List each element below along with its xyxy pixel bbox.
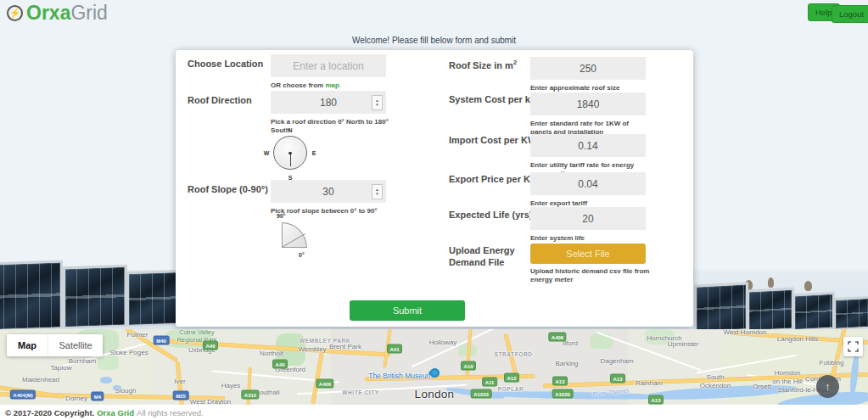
map-label: Stoke Poges: [109, 349, 148, 357]
map-label: Brent Park: [329, 343, 361, 351]
map-label: Wembley: [298, 345, 326, 354]
map-label: Iver: [174, 378, 185, 386]
map-label: Taplow: [51, 364, 72, 372]
road-badge: A40: [272, 360, 288, 369]
upload-demand-helper: Upload historic demand csv file from ene…: [530, 267, 666, 285]
map-link[interactable]: map: [325, 81, 339, 89]
compass-e: E: [312, 150, 316, 156]
expected-life-input[interactable]: [530, 207, 646, 230]
import-cost-input-wrap: [530, 134, 646, 157]
map-type-control: Map Satellite: [7, 334, 103, 356]
solar-panel: [747, 288, 794, 331]
fullscreen-button[interactable]: [843, 337, 863, 356]
map-label: STRATFORD: [495, 351, 533, 358]
solar-panel: [63, 265, 127, 329]
brand-name: OrxaGrid: [26, 3, 108, 23]
map-label: Slough: [115, 387, 137, 395]
map-label: Hornchurch: [647, 334, 681, 343]
map-label: POPLAR: [498, 386, 524, 393]
road-badge: A12: [504, 373, 519, 383]
compass-needle: [290, 153, 292, 166]
road-badge: A1203: [471, 389, 492, 399]
map-label-layer: FulmerStoke PogesBurnhamTaplowMaidenhead…: [0, 329, 868, 405]
location-input[interactable]: [271, 54, 386, 77]
import-cost-input[interactable]: [530, 134, 646, 157]
roof-slope-label: Roof Slope (0-90°): [188, 184, 268, 196]
map-label: The British Museum: [368, 372, 433, 380]
road-badge: A1020: [552, 389, 574, 399]
export-price-input-wrap: [530, 172, 646, 195]
tree: [804, 281, 812, 291]
roof-direction-input[interactable]: [271, 91, 386, 114]
expected-life-label: Expected Life (yrs): [449, 210, 532, 221]
map-label: Holloway: [429, 339, 456, 347]
road-badge: A404(M): [10, 390, 36, 400]
footer: © 2017-2020 Copyright. Orxa Grid All rig…: [0, 405, 868, 420]
roof-size-input[interactable]: [530, 57, 646, 80]
logout-button[interactable]: Logout: [832, 5, 868, 23]
footer-copyright: © 2017-2020 Copyright.: [5, 408, 94, 417]
map-label: Barking: [555, 360, 578, 368]
map-label: Upminster: [668, 340, 698, 349]
satellite-view-button[interactable]: Satellite: [48, 334, 103, 356]
expected-life-helper: Enter system life: [530, 234, 658, 243]
select-file-button[interactable]: Select File: [530, 244, 646, 264]
stepper-icon[interactable]: ▲▼: [372, 95, 383, 110]
map-label: South Ockendon: [700, 373, 731, 389]
map-label: WHITE CITY: [342, 389, 379, 396]
compass-widget[interactable]: N E S W: [260, 123, 320, 182]
solar-panel: [792, 292, 835, 331]
gauge-min-label: 0°: [299, 252, 305, 258]
map-label: West Drayton: [190, 398, 231, 405]
roof-size-input-wrap: [530, 57, 646, 80]
map-label: WEMBLEY PARK: [300, 338, 350, 344]
location-helper: OR choose from map: [271, 81, 398, 90]
map-label: Fobbing: [820, 359, 844, 367]
map-label: Northolt: [260, 350, 283, 358]
system-cost-input[interactable]: [530, 92, 646, 115]
road-badge: M4: [91, 392, 104, 401]
stepper-icon[interactable]: ▲▼: [372, 184, 383, 199]
map-label: Horndon on the Hill: [772, 369, 803, 385]
road-badge: M25: [173, 391, 189, 400]
brand-secondary: Grid: [70, 2, 107, 24]
road-badge: M40: [154, 336, 170, 345]
map-label: Fulmer: [127, 331, 148, 339]
footer-rights: All rights reserved.: [137, 408, 204, 417]
road-badge: A13: [648, 395, 664, 405]
location-input-wrap: [271, 54, 386, 77]
map[interactable]: FulmerStoke PogesBurnhamTaplowMaidenhead…: [0, 329, 868, 405]
footer-brand: Orxa Grid: [97, 408, 134, 417]
roof-slope-input[interactable]: [271, 180, 386, 203]
roof-size-label: Roof Size in m2: [449, 59, 517, 71]
road-badge: A10: [461, 361, 476, 371]
system-cost-label: System Cost per kW: [449, 94, 539, 106]
map-label: Hayes: [221, 382, 241, 390]
road-badge: A406: [548, 333, 566, 342]
upload-demand-label: Upload Energy Demand File: [449, 245, 524, 269]
roof-direction-input-wrap: ▲▼: [271, 91, 386, 114]
slope-gauge-widget[interactable]: 90° 0°: [273, 213, 333, 260]
map-label: London: [415, 388, 455, 401]
roof-size-helper: Enter approximate roof size: [530, 84, 658, 92]
compass-n: N: [288, 127, 292, 133]
map-view-button[interactable]: Map: [7, 334, 48, 356]
map-label: Dorney: [65, 395, 87, 403]
submit-button[interactable]: Submit: [350, 300, 465, 321]
solar-panel: [833, 296, 868, 330]
map-label: Burnham: [69, 357, 96, 366]
tree: [768, 277, 774, 288]
import-cost-label: Import Cost per KWh: [449, 135, 542, 147]
welcome-text: Welcome! Please fill below form and subm…: [0, 36, 868, 45]
solar-panel: [694, 282, 748, 331]
map-label: Orsett: [753, 383, 771, 391]
page: ⚡ OrxaGrid Help Logout Welcome! Please f…: [0, 0, 868, 420]
roof-direction-label: Roof Direction: [188, 95, 252, 107]
scroll-top-button[interactable]: ↑: [816, 375, 839, 398]
or-choose-text: OR choose from: [271, 81, 325, 89]
export-price-input[interactable]: [530, 172, 646, 195]
gauge-max-label: 90°: [277, 213, 286, 219]
road-badge: A406: [316, 379, 333, 389]
roof-size-label-text: Roof Size in m: [449, 60, 513, 70]
bolt-logo-icon: ⚡: [7, 5, 23, 21]
